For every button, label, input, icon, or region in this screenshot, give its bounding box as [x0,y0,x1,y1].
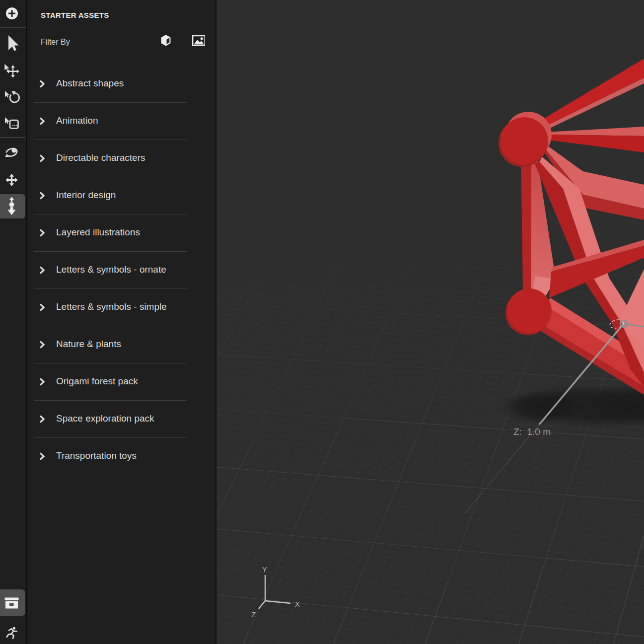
svg-text:Y: Y [262,565,267,573]
svg-text:Z: Z [251,610,256,619]
svg-text:X: X [295,600,300,608]
svg-text:Z: 1.0 m: Z: 1.0 m [513,427,551,437]
